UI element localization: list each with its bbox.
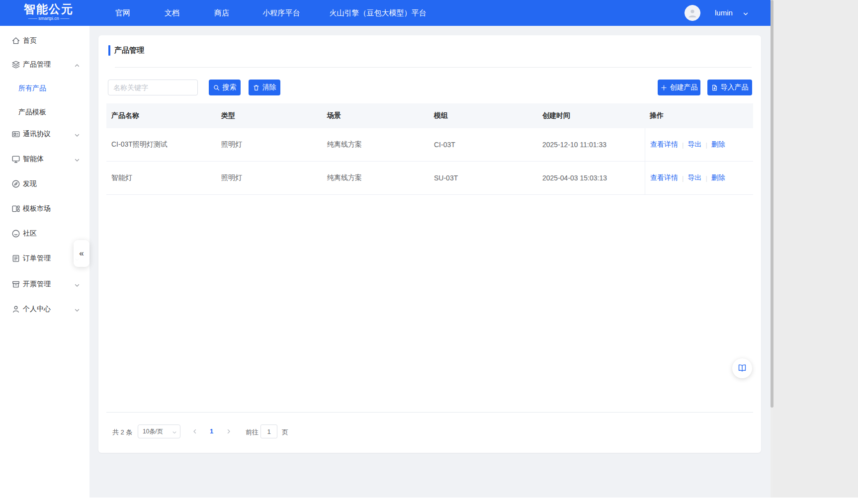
brand-logo[interactable]: 智能公元 —— smartpi.cn —— <box>19 2 79 21</box>
community-icon <box>11 229 20 238</box>
nav-volcengine-platform[interactable]: 火山引擎（豆包大模型）平台 <box>330 0 427 26</box>
nav-docs[interactable]: 文档 <box>165 0 179 26</box>
sidebar-item-template-market[interactable]: 模板市场 <box>0 197 89 221</box>
sidebar-item-discover[interactable]: 发现 <box>0 172 89 196</box>
action-separator: | <box>682 141 684 149</box>
cell-created-time: 2025-04-03 15:03:13 <box>537 174 645 182</box>
help-docs-floating-button[interactable] <box>732 358 752 378</box>
column-header-scene: 场景 <box>322 111 429 120</box>
search-icon <box>213 84 220 91</box>
sidebar-item-communication-protocol[interactable]: 通讯协议 <box>0 122 89 146</box>
column-header-actions: 操作 <box>645 103 753 128</box>
trash-icon <box>253 84 259 91</box>
sidebar-item-label: 个人中心 <box>23 305 51 314</box>
export-link[interactable]: 导出 <box>687 173 701 182</box>
top-header: 智能公元 —— smartpi.cn —— 官网 文档 商店 小程序平台 火山引… <box>0 0 771 26</box>
sidebar-item-invoice-management[interactable]: 开票管理 <box>0 272 89 296</box>
page-size-select[interactable]: 10条/页 <box>138 424 180 438</box>
chevron-down-icon <box>74 131 80 137</box>
view-details-link[interactable]: 查看详情 <box>650 173 678 182</box>
nav-shop[interactable]: 商店 <box>214 0 229 26</box>
cell-module: SU-03T <box>429 174 537 182</box>
cell-actions: 查看详情 | 导出 | 删除 <box>645 162 753 194</box>
title-divider <box>115 67 752 68</box>
delete-link[interactable]: 删除 <box>711 140 725 149</box>
user-menu-chevron-down-icon[interactable] <box>743 10 749 19</box>
cell-product-name: CI-03T照明灯测试 <box>106 140 216 149</box>
goto-page-suffix: 页 <box>282 428 288 437</box>
cell-type: 照明灯 <box>216 173 322 182</box>
brand-subtitle: —— smartpi.cn —— <box>19 15 79 21</box>
sidebar-item-label: 智能体 <box>23 155 44 164</box>
title-accent-bar <box>108 45 110 56</box>
user-icon <box>11 305 20 314</box>
plus-icon <box>661 84 667 91</box>
screen: 智能公元 —— smartpi.cn —— 官网 文档 商店 小程序平台 火山引… <box>0 0 858 504</box>
sidebar-item-label: 产品模板 <box>18 108 46 117</box>
username-label[interactable]: lumin <box>715 0 733 26</box>
sidebar-item-label: 所有产品 <box>18 84 46 93</box>
sidebar-item-label: 发现 <box>23 179 37 188</box>
page-size-value: 10条/页 <box>143 427 163 436</box>
chevron-down-icon <box>74 156 80 162</box>
sidebar-item-label: 模板市场 <box>23 204 51 213</box>
column-header-name: 产品名称 <box>106 111 216 120</box>
chevron-up-icon <box>74 62 80 68</box>
page-title: 产品管理 <box>114 46 144 55</box>
delete-link[interactable]: 删除 <box>711 173 725 182</box>
column-header-type: 类型 <box>216 111 322 120</box>
cell-scene: 纯离线方案 <box>322 140 429 149</box>
app-viewport: 智能公元 —— smartpi.cn —— 官网 文档 商店 小程序平台 火山引… <box>0 0 773 498</box>
column-header-created: 创建时间 <box>537 111 645 120</box>
cell-product-name: 智能灯 <box>106 173 216 182</box>
action-separator: | <box>705 141 707 149</box>
content-card: 产品管理 搜索 清除 创建产品 导入产品 产品 <box>98 35 761 453</box>
cell-type: 照明灯 <box>216 140 322 149</box>
export-link[interactable]: 导出 <box>687 140 701 149</box>
import-product-label: 导入产品 <box>721 83 749 92</box>
sidebar-item-label: 订单管理 <box>23 254 51 263</box>
column-header-module: 模组 <box>429 111 537 120</box>
import-product-button[interactable]: 导入产品 <box>707 80 752 95</box>
sidebar-item-all-products[interactable]: 所有产品 <box>0 77 89 100</box>
chevron-down-icon <box>172 429 177 436</box>
search-button-label: 搜索 <box>223 83 237 92</box>
import-file-icon <box>711 84 718 91</box>
prev-page-chevron-left-icon[interactable] <box>192 428 198 436</box>
protocol-card-icon <box>11 130 20 139</box>
search-button[interactable]: 搜索 <box>209 80 241 95</box>
sidebar-item-product-templates[interactable]: 产品模板 <box>0 100 89 124</box>
cell-scene: 纯离线方案 <box>322 173 429 182</box>
invoice-box-icon <box>11 280 20 289</box>
sidebar-item-personal-center[interactable]: 个人中心 <box>0 297 89 321</box>
pagination-divider <box>106 412 753 413</box>
sidebar-item-label: 开票管理 <box>23 280 51 289</box>
sidebar-item-product-management[interactable]: 产品管理 <box>0 53 89 77</box>
nav-official-site[interactable]: 官网 <box>115 0 130 26</box>
sidebar-item-agent[interactable]: 智能体 <box>0 147 89 171</box>
home-icon <box>11 36 20 45</box>
sidebar-item-label: 产品管理 <box>23 60 51 69</box>
create-product-button[interactable]: 创建产品 <box>658 80 700 95</box>
cell-created-time: 2025-12-10 11:01:33 <box>537 141 645 149</box>
next-page-chevron-right-icon[interactable] <box>226 428 232 436</box>
cell-module: CI-03T <box>429 141 537 149</box>
current-page-number[interactable]: 1 <box>210 427 213 435</box>
compass-icon <box>11 179 20 188</box>
table-row: 智能灯 照明灯 纯离线方案 SU-03T 2025-04-03 15:03:13… <box>106 162 753 195</box>
action-separator: | <box>682 174 684 182</box>
create-product-label: 创建产品 <box>670 83 698 92</box>
nav-miniprogram-platform[interactable]: 小程序平台 <box>263 0 300 26</box>
sidebar-collapse-button[interactable]: « <box>74 240 89 267</box>
cell-actions: 查看详情 | 导出 | 删除 <box>645 128 753 161</box>
sidebar-item-home[interactable]: 首页 <box>0 29 89 53</box>
order-document-icon <box>11 254 20 263</box>
clear-button[interactable]: 清除 <box>249 80 280 95</box>
brand-title: 智能公元 <box>19 2 79 15</box>
search-input[interactable] <box>108 80 198 95</box>
table-header-row: 产品名称 类型 场景 模组 创建时间 操作 <box>106 103 753 128</box>
goto-page-input[interactable] <box>260 424 277 438</box>
view-details-link[interactable]: 查看详情 <box>650 140 678 149</box>
product-table: 产品名称 类型 场景 模组 创建时间 操作 CI-03T照明灯测试 照明灯 纯离… <box>106 103 753 195</box>
user-avatar-icon[interactable] <box>685 5 700 21</box>
